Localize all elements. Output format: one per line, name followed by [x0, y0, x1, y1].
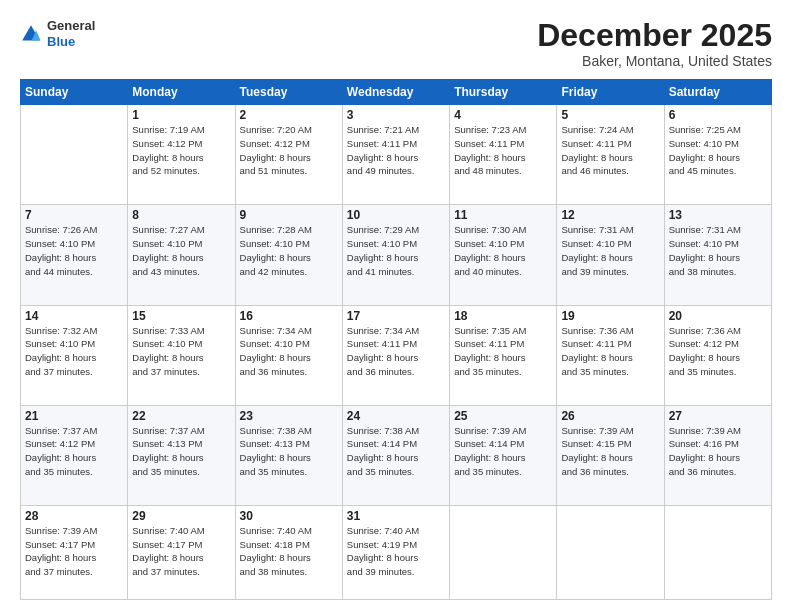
- calendar-cell: 4Sunrise: 7:23 AM Sunset: 4:11 PM Daylig…: [450, 105, 557, 205]
- calendar-cell: 2Sunrise: 7:20 AM Sunset: 4:12 PM Daylig…: [235, 105, 342, 205]
- cell-day-number: 17: [347, 309, 445, 323]
- cell-info: Sunrise: 7:34 AM Sunset: 4:11 PM Dayligh…: [347, 324, 445, 379]
- calendar-cell: 12Sunrise: 7:31 AM Sunset: 4:10 PM Dayli…: [557, 205, 664, 305]
- cell-info: Sunrise: 7:24 AM Sunset: 4:11 PM Dayligh…: [561, 123, 659, 178]
- calendar-cell: 31Sunrise: 7:40 AM Sunset: 4:19 PM Dayli…: [342, 505, 449, 599]
- cell-info: Sunrise: 7:28 AM Sunset: 4:10 PM Dayligh…: [240, 223, 338, 278]
- calendar-cell: 14Sunrise: 7:32 AM Sunset: 4:10 PM Dayli…: [21, 305, 128, 405]
- weekday-header-sunday: Sunday: [21, 80, 128, 105]
- cell-day-number: 4: [454, 108, 552, 122]
- cell-info: Sunrise: 7:32 AM Sunset: 4:10 PM Dayligh…: [25, 324, 123, 379]
- calendar-cell: 22Sunrise: 7:37 AM Sunset: 4:13 PM Dayli…: [128, 405, 235, 505]
- calendar-cell: [557, 505, 664, 599]
- weekday-header-saturday: Saturday: [664, 80, 771, 105]
- page: General Blue December 2025 Baker, Montan…: [0, 0, 792, 612]
- calendar-cell: 7Sunrise: 7:26 AM Sunset: 4:10 PM Daylig…: [21, 205, 128, 305]
- cell-info: Sunrise: 7:39 AM Sunset: 4:16 PM Dayligh…: [669, 424, 767, 479]
- cell-info: Sunrise: 7:38 AM Sunset: 4:14 PM Dayligh…: [347, 424, 445, 479]
- calendar-cell: 25Sunrise: 7:39 AM Sunset: 4:14 PM Dayli…: [450, 405, 557, 505]
- calendar-cell: 16Sunrise: 7:34 AM Sunset: 4:10 PM Dayli…: [235, 305, 342, 405]
- weekday-header-monday: Monday: [128, 80, 235, 105]
- cell-day-number: 2: [240, 108, 338, 122]
- calendar-cell: [450, 505, 557, 599]
- cell-info: Sunrise: 7:37 AM Sunset: 4:13 PM Dayligh…: [132, 424, 230, 479]
- calendar-cell: 1Sunrise: 7:19 AM Sunset: 4:12 PM Daylig…: [128, 105, 235, 205]
- calendar-cell: 17Sunrise: 7:34 AM Sunset: 4:11 PM Dayli…: [342, 305, 449, 405]
- cell-day-number: 1: [132, 108, 230, 122]
- calendar-row-3: 21Sunrise: 7:37 AM Sunset: 4:12 PM Dayli…: [21, 405, 772, 505]
- cell-info: Sunrise: 7:36 AM Sunset: 4:11 PM Dayligh…: [561, 324, 659, 379]
- month-title: December 2025: [537, 18, 772, 53]
- weekday-header-friday: Friday: [557, 80, 664, 105]
- cell-day-number: 28: [25, 509, 123, 523]
- cell-info: Sunrise: 7:38 AM Sunset: 4:13 PM Dayligh…: [240, 424, 338, 479]
- cell-info: Sunrise: 7:30 AM Sunset: 4:10 PM Dayligh…: [454, 223, 552, 278]
- cell-day-number: 14: [25, 309, 123, 323]
- calendar-row-2: 14Sunrise: 7:32 AM Sunset: 4:10 PM Dayli…: [21, 305, 772, 405]
- cell-day-number: 26: [561, 409, 659, 423]
- cell-info: Sunrise: 7:26 AM Sunset: 4:10 PM Dayligh…: [25, 223, 123, 278]
- cell-day-number: 9: [240, 208, 338, 222]
- cell-day-number: 8: [132, 208, 230, 222]
- cell-info: Sunrise: 7:20 AM Sunset: 4:12 PM Dayligh…: [240, 123, 338, 178]
- calendar-cell: [664, 505, 771, 599]
- calendar-cell: 3Sunrise: 7:21 AM Sunset: 4:11 PM Daylig…: [342, 105, 449, 205]
- logo-blue-text: Blue: [47, 34, 75, 49]
- cell-day-number: 19: [561, 309, 659, 323]
- calendar-cell: 6Sunrise: 7:25 AM Sunset: 4:10 PM Daylig…: [664, 105, 771, 205]
- weekday-header-tuesday: Tuesday: [235, 80, 342, 105]
- cell-info: Sunrise: 7:31 AM Sunset: 4:10 PM Dayligh…: [561, 223, 659, 278]
- calendar-table: SundayMondayTuesdayWednesdayThursdayFrid…: [20, 79, 772, 600]
- calendar-cell: 27Sunrise: 7:39 AM Sunset: 4:16 PM Dayli…: [664, 405, 771, 505]
- weekday-header-thursday: Thursday: [450, 80, 557, 105]
- weekday-header-wednesday: Wednesday: [342, 80, 449, 105]
- cell-day-number: 24: [347, 409, 445, 423]
- cell-info: Sunrise: 7:33 AM Sunset: 4:10 PM Dayligh…: [132, 324, 230, 379]
- cell-day-number: 18: [454, 309, 552, 323]
- title-block: December 2025 Baker, Montana, United Sta…: [537, 18, 772, 69]
- cell-day-number: 15: [132, 309, 230, 323]
- cell-day-number: 6: [669, 108, 767, 122]
- calendar-cell: 30Sunrise: 7:40 AM Sunset: 4:18 PM Dayli…: [235, 505, 342, 599]
- calendar-cell: [21, 105, 128, 205]
- header: General Blue December 2025 Baker, Montan…: [20, 18, 772, 69]
- cell-info: Sunrise: 7:25 AM Sunset: 4:10 PM Dayligh…: [669, 123, 767, 178]
- calendar-cell: 26Sunrise: 7:39 AM Sunset: 4:15 PM Dayli…: [557, 405, 664, 505]
- cell-info: Sunrise: 7:29 AM Sunset: 4:10 PM Dayligh…: [347, 223, 445, 278]
- cell-day-number: 13: [669, 208, 767, 222]
- cell-day-number: 12: [561, 208, 659, 222]
- calendar-cell: 18Sunrise: 7:35 AM Sunset: 4:11 PM Dayli…: [450, 305, 557, 405]
- cell-info: Sunrise: 7:39 AM Sunset: 4:15 PM Dayligh…: [561, 424, 659, 479]
- cell-info: Sunrise: 7:40 AM Sunset: 4:19 PM Dayligh…: [347, 524, 445, 579]
- calendar-cell: 28Sunrise: 7:39 AM Sunset: 4:17 PM Dayli…: [21, 505, 128, 599]
- cell-day-number: 10: [347, 208, 445, 222]
- cell-day-number: 7: [25, 208, 123, 222]
- cell-day-number: 25: [454, 409, 552, 423]
- logo-icon: [20, 23, 42, 45]
- calendar-cell: 24Sunrise: 7:38 AM Sunset: 4:14 PM Dayli…: [342, 405, 449, 505]
- cell-info: Sunrise: 7:37 AM Sunset: 4:12 PM Dayligh…: [25, 424, 123, 479]
- cell-day-number: 22: [132, 409, 230, 423]
- cell-day-number: 5: [561, 108, 659, 122]
- cell-day-number: 20: [669, 309, 767, 323]
- cell-day-number: 29: [132, 509, 230, 523]
- calendar-cell: 23Sunrise: 7:38 AM Sunset: 4:13 PM Dayli…: [235, 405, 342, 505]
- cell-info: Sunrise: 7:21 AM Sunset: 4:11 PM Dayligh…: [347, 123, 445, 178]
- cell-day-number: 3: [347, 108, 445, 122]
- calendar-cell: 13Sunrise: 7:31 AM Sunset: 4:10 PM Dayli…: [664, 205, 771, 305]
- cell-info: Sunrise: 7:23 AM Sunset: 4:11 PM Dayligh…: [454, 123, 552, 178]
- cell-info: Sunrise: 7:27 AM Sunset: 4:10 PM Dayligh…: [132, 223, 230, 278]
- cell-day-number: 11: [454, 208, 552, 222]
- calendar-cell: 15Sunrise: 7:33 AM Sunset: 4:10 PM Dayli…: [128, 305, 235, 405]
- cell-info: Sunrise: 7:34 AM Sunset: 4:10 PM Dayligh…: [240, 324, 338, 379]
- cell-info: Sunrise: 7:35 AM Sunset: 4:11 PM Dayligh…: [454, 324, 552, 379]
- calendar-cell: 11Sunrise: 7:30 AM Sunset: 4:10 PM Dayli…: [450, 205, 557, 305]
- weekday-header-row: SundayMondayTuesdayWednesdayThursdayFrid…: [21, 80, 772, 105]
- logo-general: General: [47, 18, 95, 33]
- calendar-row-4: 28Sunrise: 7:39 AM Sunset: 4:17 PM Dayli…: [21, 505, 772, 599]
- calendar-row-0: 1Sunrise: 7:19 AM Sunset: 4:12 PM Daylig…: [21, 105, 772, 205]
- calendar-cell: 10Sunrise: 7:29 AM Sunset: 4:10 PM Dayli…: [342, 205, 449, 305]
- calendar-cell: 19Sunrise: 7:36 AM Sunset: 4:11 PM Dayli…: [557, 305, 664, 405]
- calendar-cell: 5Sunrise: 7:24 AM Sunset: 4:11 PM Daylig…: [557, 105, 664, 205]
- calendar-cell: 29Sunrise: 7:40 AM Sunset: 4:17 PM Dayli…: [128, 505, 235, 599]
